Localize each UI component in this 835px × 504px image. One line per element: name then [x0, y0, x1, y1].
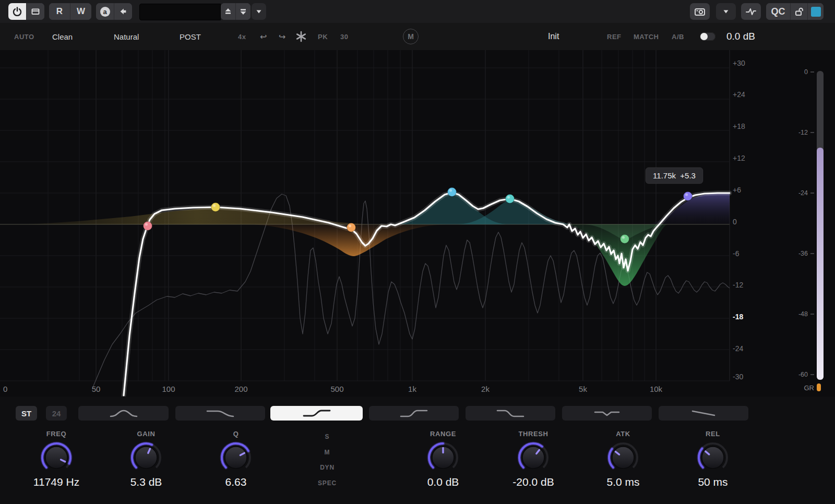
match-button[interactable]: MATCH — [634, 23, 659, 50]
lock-button[interactable] — [791, 3, 808, 20]
solo-band-button[interactable]: S — [301, 433, 353, 440]
filter-shape-bell-button[interactable] — [78, 406, 169, 421]
bypass-button[interactable] — [27, 3, 44, 20]
plugin-window: R W a — [0, 0, 835, 504]
output-gain-readout[interactable]: 0.0 dB — [726, 23, 755, 50]
filter-shape-shelfdown-button[interactable] — [466, 406, 555, 421]
svg-text:-12: -12 — [798, 129, 808, 136]
mid-side-button[interactable]: M — [403, 23, 419, 50]
a-icon: a — [100, 7, 110, 17]
power-icon — [13, 7, 22, 16]
eq-node-1[interactable] — [144, 222, 152, 231]
q-value[interactable]: 6.63 — [199, 476, 272, 490]
preset-name[interactable]: Init — [548, 23, 559, 50]
functions-menu-button[interactable] — [716, 3, 736, 20]
atk-value[interactable]: 5.0 ms — [587, 476, 660, 490]
character-mode-button[interactable]: Natural — [114, 23, 139, 50]
thresh-knob[interactable] — [517, 440, 550, 474]
eq-graph[interactable]: 11.75k +5.3 +30 +24 +18 +12 +6 0 -6 -12 … — [0, 50, 835, 397]
undo-icon[interactable]: ↩ — [260, 23, 267, 50]
preset-spinner-group — [221, 3, 250, 20]
plugin-toolbar: AUTO Clean Natural POST 4x ↩ ↪ PK 30 M I… — [0, 23, 835, 50]
preset-up-icon — [224, 7, 232, 16]
gr-led — [817, 383, 821, 391]
svg-text:-36: -36 — [798, 250, 808, 257]
filter-shape-lowshelf-button[interactable] — [369, 406, 459, 421]
power-bypass-group — [8, 3, 44, 20]
focus-color-button[interactable] — [808, 3, 824, 20]
svg-text:+6: +6 — [733, 186, 741, 194]
oversampling-button[interactable]: 4x — [238, 23, 246, 50]
sidechain-group — [741, 3, 761, 20]
analyzer-tap-button[interactable]: POST — [180, 23, 201, 50]
eq-node-3[interactable] — [347, 223, 356, 232]
range-knob[interactable] — [426, 440, 460, 474]
ab-compare-button[interactable]: A/B — [672, 23, 684, 50]
preset-next-button[interactable] — [236, 3, 250, 20]
peak-mode-button[interactable]: PK — [318, 23, 328, 50]
freq-label: FREQ — [30, 430, 82, 438]
phase-mode-button[interactable]: Clean — [52, 23, 73, 50]
write-automation-button[interactable]: W — [70, 3, 91, 20]
qc-button[interactable]: QC — [766, 3, 791, 20]
mute-band-button[interactable]: M — [301, 449, 353, 456]
svg-text:-48: -48 — [798, 310, 808, 318]
dyn-mode-button[interactable]: DYN — [301, 464, 353, 471]
gain-knob[interactable] — [129, 440, 163, 474]
thresh-value[interactable]: -20.0 dB — [497, 476, 570, 490]
rel-knob[interactable] — [696, 440, 730, 474]
alt-a-button[interactable]: a — [96, 3, 114, 20]
filter-shape-highshelf-button-active[interactable] — [270, 406, 363, 421]
freq-value[interactable]: 11749 Hz — [20, 476, 93, 490]
rel-value[interactable]: 50 ms — [676, 476, 749, 490]
ref-button[interactable]: REF — [607, 23, 622, 50]
auto-gain-button[interactable]: AUTO — [14, 23, 34, 50]
high-shelf-shape-icon — [299, 409, 335, 418]
output-toggle[interactable] — [700, 23, 715, 50]
eq-node-4[interactable] — [448, 188, 457, 197]
spec-mode-button[interactable]: SPEC — [301, 479, 353, 487]
host-toolbar: R W a — [0, 0, 835, 23]
preset-name-field[interactable] — [139, 4, 221, 20]
asterisk-icon — [295, 31, 307, 42]
stereo-button[interactable]: ST — [16, 406, 37, 421]
svg-text:+30: +30 — [733, 59, 745, 67]
preset-previous-button[interactable] — [221, 3, 236, 20]
preset-menu-button[interactable] — [252, 3, 266, 20]
q-knob[interactable] — [219, 440, 253, 474]
svg-text:2k: 2k — [481, 385, 490, 393]
gain-value[interactable]: 5.3 dB — [110, 476, 183, 490]
automation-group: R W — [49, 3, 91, 20]
activity-button[interactable] — [741, 3, 761, 20]
eq-node-7-selected[interactable] — [684, 192, 693, 201]
filter-shape-tilt-button[interactable] — [659, 406, 748, 421]
read-automation-button[interactable]: R — [49, 3, 70, 20]
atk-knob[interactable] — [606, 440, 640, 474]
filter-shape-highcut-button[interactable] — [175, 406, 265, 421]
back-arrow-button[interactable] — [114, 3, 132, 20]
dropdown-triangle-icon — [255, 8, 263, 15]
high-cut-shape-icon — [202, 409, 238, 418]
eq-node-6[interactable] — [621, 235, 629, 244]
freq-knob[interactable] — [40, 440, 73, 474]
slope-value-button[interactable]: 30 — [340, 23, 348, 50]
range-value[interactable]: 0.0 dB — [407, 476, 480, 490]
svg-text:0: 0 — [3, 385, 7, 393]
snapshot-button[interactable] — [690, 3, 710, 20]
redo-icon[interactable]: ↪ — [279, 23, 285, 50]
freeze-icon[interactable] — [295, 23, 307, 50]
eq-node-2[interactable] — [211, 203, 220, 212]
slope-24-button[interactable]: 24 — [46, 406, 67, 421]
power-button[interactable] — [8, 3, 27, 20]
svg-text:+12: +12 — [733, 154, 745, 162]
rel-label: REL — [687, 430, 739, 438]
qc-group: QC — [766, 3, 824, 20]
svg-text:+18: +18 — [733, 122, 745, 130]
range-label: RANGE — [417, 430, 469, 438]
filter-shape-notch-button[interactable] — [562, 406, 652, 421]
svg-text:-60: -60 — [798, 371, 808, 378]
bell-shape-icon — [105, 409, 142, 418]
band-controls: ST 24 — [0, 397, 835, 504]
switch-group: a — [96, 3, 132, 20]
eq-node-5[interactable] — [506, 195, 515, 203]
